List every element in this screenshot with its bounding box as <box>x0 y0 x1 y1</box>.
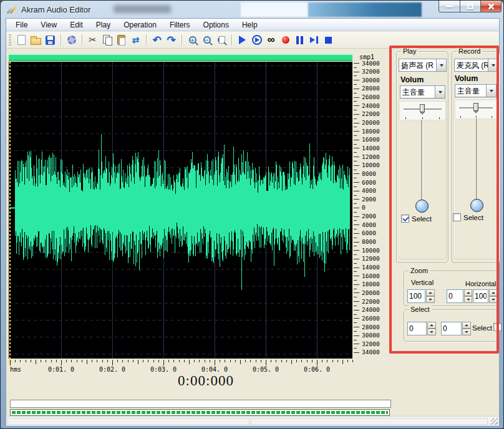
zoom-vertical-up[interactable] <box>426 289 435 296</box>
amp-tick-label: 22000 <box>362 110 380 117</box>
record-volume-value: 主音量 <box>455 85 486 97</box>
select-end-up[interactable] <box>462 322 471 329</box>
blurred-window-fragment <box>241 2 308 17</box>
record-device-combo[interactable]: 麦克风 (R <box>454 59 498 72</box>
play-all-button[interactable] <box>250 33 264 47</box>
amp-tick-label: 18000 <box>362 281 380 287</box>
menu-options[interactable]: Options <box>198 19 234 31</box>
select-range-checkbox[interactable] <box>493 323 502 331</box>
waveform-canvas[interactable] <box>9 62 352 359</box>
select-start-down[interactable] <box>427 329 436 335</box>
select-start-spinner[interactable] <box>427 322 436 335</box>
record-volume-dropdown-arrow[interactable] <box>486 85 496 97</box>
zoom-horizontal-offset-input[interactable] <box>447 289 463 303</box>
open-file-button[interactable] <box>29 33 43 47</box>
menu-filters[interactable]: Filters <box>165 19 195 31</box>
zoom-vertical-input[interactable] <box>407 289 425 303</box>
zoom-fit-button[interactable] <box>214 33 228 47</box>
zoom-vertical-spinner[interactable] <box>426 289 435 303</box>
status-pane-right <box>251 418 488 425</box>
record-volume-knob[interactable] <box>470 199 483 212</box>
record-device-dropdown-arrow[interactable] <box>488 59 498 71</box>
play-volume-vtrack[interactable] <box>421 120 422 206</box>
menu-help[interactable]: Help <box>237 19 263 31</box>
save-file-button[interactable] <box>43 33 57 47</box>
record-volume-combo[interactable]: 主音量 <box>455 84 497 97</box>
zoom-horizontal-offset-spinner[interactable] <box>464 289 472 303</box>
play-device-combo[interactable]: 扬声器 (R <box>399 59 447 72</box>
amp-tick-label: 8000 <box>362 170 376 177</box>
play-volume-combo[interactable]: 主音量 <box>400 85 445 99</box>
close-button[interactable] <box>481 1 502 12</box>
seek-bar[interactable] <box>10 400 391 408</box>
menu-file[interactable]: File <box>11 19 32 31</box>
play-select-checkbox[interactable] <box>401 214 409 223</box>
menu-bar: FileViewEditPlayOperationFiltersOptionsH… <box>6 19 499 31</box>
record-balance-slider[interactable] <box>455 100 497 119</box>
loop-button[interactable]: ∞ <box>264 33 278 47</box>
time-tick-label: 0:01. 0 <box>41 366 81 373</box>
redo-button[interactable]: ↷ <box>164 33 178 47</box>
tool-bar: ✂⇄↶↷+−∞ <box>6 32 499 49</box>
waveform-overview-bar[interactable] <box>9 54 352 62</box>
play-volume-dropdown-arrow[interactable] <box>435 86 445 98</box>
zoom-horizontal-spinner[interactable] <box>489 289 498 303</box>
status-bar <box>6 416 499 426</box>
play-balance-thumb[interactable] <box>420 104 425 112</box>
menu-edit[interactable]: Edit <box>65 19 88 31</box>
select-end-spinner[interactable] <box>462 322 471 335</box>
settings-button[interactable] <box>64 33 79 47</box>
zoom-horizontal-up[interactable] <box>489 289 498 296</box>
zoom-horizontal-offset-up[interactable] <box>464 289 472 296</box>
amp-tick-label: 22000 <box>362 298 380 305</box>
resize-grip[interactable] <box>491 418 498 425</box>
select-start-input[interactable] <box>407 322 427 335</box>
swap-channels-button[interactable]: ⇄ <box>128 33 143 47</box>
play-volume-knob[interactable] <box>415 200 429 213</box>
play-device-dropdown-arrow[interactable] <box>436 59 446 71</box>
select-end-down[interactable] <box>462 329 471 335</box>
redo-icon: ↷ <box>167 34 175 47</box>
menu-view[interactable]: View <box>36 19 62 31</box>
close-icon <box>487 2 495 11</box>
undo-button[interactable]: ↶ <box>150 33 164 47</box>
play-icon <box>239 36 246 44</box>
stop-button[interactable] <box>321 33 336 47</box>
select-start-up[interactable] <box>427 322 436 329</box>
play-button[interactable] <box>235 33 250 47</box>
maximize-button[interactable] <box>460 1 481 12</box>
zoom-in-button[interactable]: + <box>185 33 200 47</box>
paste-button[interactable] <box>114 33 128 47</box>
zoom-horizontal-down[interactable] <box>489 296 498 303</box>
copy-button[interactable] <box>100 33 114 47</box>
amp-tick-label: 26000 <box>362 94 380 100</box>
zoom-horizontal-offset-down[interactable] <box>464 296 472 303</box>
amp-tick-label: 30000 <box>362 332 380 339</box>
record-button[interactable] <box>278 33 293 47</box>
toolbar-grip[interactable] <box>9 34 11 46</box>
amp-tick-label: 0 <box>362 204 366 211</box>
zoom-horizontal-input[interactable] <box>473 289 488 303</box>
amp-tick-label: 4000 <box>362 187 376 194</box>
progress-bar <box>10 409 390 416</box>
zoom-out-button[interactable]: − <box>200 33 214 47</box>
record-balance-thumb[interactable] <box>473 103 478 111</box>
zoom-vertical-down[interactable] <box>426 296 435 303</box>
blurred-window-fragment-blue <box>308 2 422 17</box>
zoom-horizontal-label: Horizontal <box>465 280 497 287</box>
record-select-checkbox[interactable] <box>453 213 461 221</box>
play-balance-slider[interactable] <box>399 101 446 120</box>
new-file-button[interactable] <box>14 33 29 47</box>
menu-play[interactable]: Play <box>91 19 115 31</box>
pause-button[interactable] <box>293 33 307 47</box>
play-step-button[interactable] <box>307 33 321 47</box>
stop-icon <box>325 37 332 44</box>
record-volume-vtrack[interactable] <box>476 118 477 205</box>
cut-button[interactable]: ✂ <box>85 33 100 47</box>
minimize-button[interactable] <box>439 1 460 12</box>
app-icon <box>7 5 17 15</box>
copy-icon <box>102 35 112 45</box>
client-area: FileViewEditPlayOperationFiltersOptionsH… <box>6 18 500 426</box>
select-end-input[interactable] <box>441 322 462 335</box>
menu-operation[interactable]: Operation <box>119 19 162 31</box>
